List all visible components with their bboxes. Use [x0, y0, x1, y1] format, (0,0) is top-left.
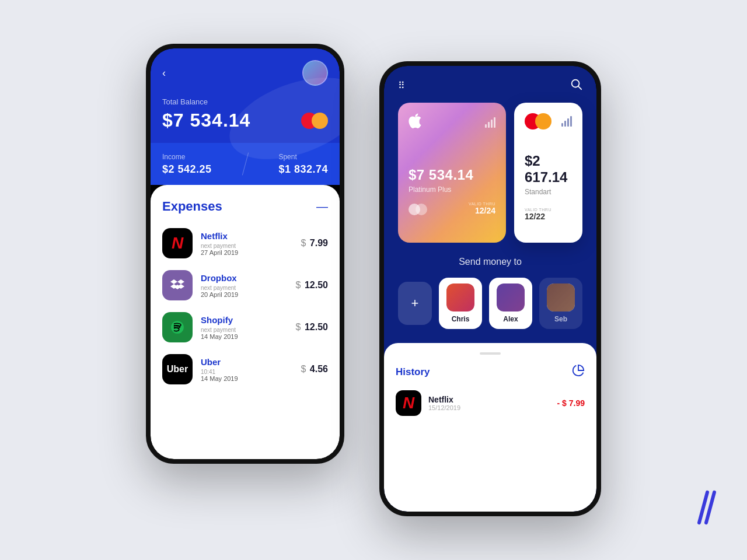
expenses-header: Expenses — — [162, 199, 328, 214]
chris-name: Chris — [452, 315, 470, 323]
mc-card-top — [525, 113, 572, 130]
uber-name: Uber — [201, 357, 301, 367]
netflix-sub: next payment — [201, 243, 301, 249]
netflix-hist-amount: - $ 7.99 — [557, 398, 585, 408]
netflix-logo-n: N — [172, 234, 183, 253]
bar-3 — [491, 120, 493, 128]
cards-row: $7 534.14 Platinum Plus VALID THRU 12/24 — [384, 103, 596, 243]
mastercard-card[interactable]: $2 617.14 Standart VALID THRU 12/22 — [514, 103, 582, 243]
netflix-hist-n: N — [403, 394, 414, 412]
apple-logo — [409, 113, 421, 132]
phone-2: ⠿ — [379, 61, 601, 516]
mc-valid-label: VALID THRU — [525, 208, 572, 212]
bar-2 — [564, 121, 566, 127]
p1-header: ‹ Total Balance $7 534.14 — [151, 48, 340, 143]
bottom-sheet-handle — [480, 352, 501, 355]
mc-card-type: Standart — [525, 188, 572, 196]
alex-name: Alex — [503, 315, 518, 323]
netflix-amount: $ 7.99 — [301, 238, 329, 249]
apple-card-valid: VALID THRU 12/24 — [469, 202, 495, 215]
bar-4 — [494, 117, 495, 128]
spent-amount: $1 832.74 — [278, 163, 328, 176]
uber-amount: $ 4.56 — [301, 364, 329, 374]
income-section: Income $2 542.25 — [162, 153, 212, 176]
apple-card-type: Platinum Plus — [409, 186, 495, 194]
phone-1-screen: ‹ Total Balance $7 534.14 — [151, 48, 340, 459]
dropbox-date: 20 April 2019 — [201, 291, 296, 298]
apple-card[interactable]: $7 534.14 Platinum Plus VALID THRU 12/24 — [398, 103, 506, 243]
apple-card-valid-row: VALID THRU 12/24 — [409, 202, 495, 215]
phone-2-screen: ⠿ — [384, 66, 596, 512]
history-item-netflix[interactable]: N Netflix 15/12/2019 - $ 7.99 — [396, 390, 585, 416]
shopify-date: 14 May 2019 — [201, 333, 296, 340]
apple-card-top — [409, 113, 495, 132]
bar-2 — [488, 122, 490, 128]
netflix-hist-date: 15/12/2019 — [428, 404, 557, 411]
dropbox-icon — [162, 270, 193, 300]
uber-logo: Uber — [167, 364, 188, 374]
divider — [242, 153, 248, 176]
contact-chris[interactable]: Chris — [439, 278, 482, 329]
svg-point-0 — [171, 321, 184, 334]
mc-card-amount: $2 617.14 — [525, 153, 572, 186]
expense-item-netflix[interactable]: N Netflix next payment 27 April 2019 $ 7… — [162, 228, 328, 258]
signal-bars — [485, 117, 495, 128]
netflix-hist-name: Netflix — [428, 395, 557, 404]
income-amount: $2 542.25 — [162, 163, 212, 176]
apple-card-amount: $7 534.14 — [409, 167, 495, 183]
dropbox-sub: next payment — [201, 285, 296, 291]
expenses-title: Expenses — [162, 199, 222, 214]
valid-label: VALID THRU — [469, 202, 495, 206]
netflix-hist-info: Netflix 15/12/2019 — [428, 395, 557, 411]
menu-dots-icon[interactable]: ⠿ — [398, 80, 407, 91]
plus-icon: + — [411, 296, 419, 311]
shopify-sub: next payment — [201, 327, 296, 333]
contact-seb[interactable]: Seb — [539, 278, 582, 329]
expenses-section: Expenses — N Netflix next payment 27 Apr… — [151, 185, 340, 459]
phone-1: ‹ Total Balance $7 534.14 — [146, 44, 344, 464]
mc-valid-section: VALID THRU 12/22 — [525, 208, 572, 221]
expense-item-uber[interactable]: Uber Uber 10:41 14 May 2019 $ 4.56 — [162, 354, 328, 384]
netflix-hist-icon: N — [396, 390, 421, 416]
mc-valid-date: 12/22 — [525, 212, 572, 221]
chip — [409, 204, 427, 215]
mc-logo — [525, 113, 551, 130]
netflix-name: Netflix — [201, 231, 301, 241]
shopify-info: Shopify next payment 14 May 2019 — [201, 315, 296, 340]
shopify-amount: $ 12.50 — [296, 322, 328, 332]
mc-orange — [535, 113, 551, 130]
seb-avatar — [547, 284, 575, 312]
expense-item-dropbox[interactable]: Dropbox next payment 20 April 2019 $ 12.… — [162, 270, 328, 300]
dropbox-info: Dropbox next payment 20 April 2019 — [201, 273, 296, 298]
expenses-dash: — — [316, 200, 328, 214]
add-contact-button[interactable]: + — [398, 282, 432, 325]
uber-date: 14 May 2019 — [201, 375, 301, 382]
dropbox-name: Dropbox — [201, 273, 296, 283]
netflix-date: 27 April 2019 — [201, 249, 301, 256]
uber-icon: Uber — [162, 354, 193, 384]
dropbox-amount: $ 12.50 — [296, 280, 328, 290]
uber-sub: 10:41 — [201, 369, 301, 375]
valid-date: 12/24 — [469, 206, 495, 215]
send-money-label: Send money to — [384, 257, 596, 267]
seb-name: Seb — [554, 315, 567, 323]
chris-avatar — [446, 284, 474, 312]
p2-top-bar: ⠿ — [384, 66, 596, 103]
chart-icon[interactable] — [572, 364, 585, 380]
alex-avatar-img — [497, 284, 525, 312]
decorative-slash — [701, 490, 712, 525]
chris-avatar-img — [446, 284, 474, 312]
netflix-icon: N — [162, 228, 193, 258]
bar-1 — [561, 123, 563, 127]
bar-4 — [570, 116, 572, 127]
seb-avatar-img — [547, 284, 575, 312]
bar-1 — [485, 124, 487, 128]
income-label: Income — [162, 153, 212, 161]
search-icon[interactable] — [570, 78, 582, 93]
alex-avatar — [497, 284, 525, 312]
history-section: History N Netflix 15/12/2019 — [384, 343, 596, 512]
expense-item-shopify[interactable]: Shopify next payment 14 May 2019 $ 12.50 — [162, 312, 328, 342]
back-button[interactable]: ‹ — [162, 67, 166, 79]
svg-line-2 — [578, 86, 581, 89]
contact-alex[interactable]: Alex — [489, 278, 532, 329]
